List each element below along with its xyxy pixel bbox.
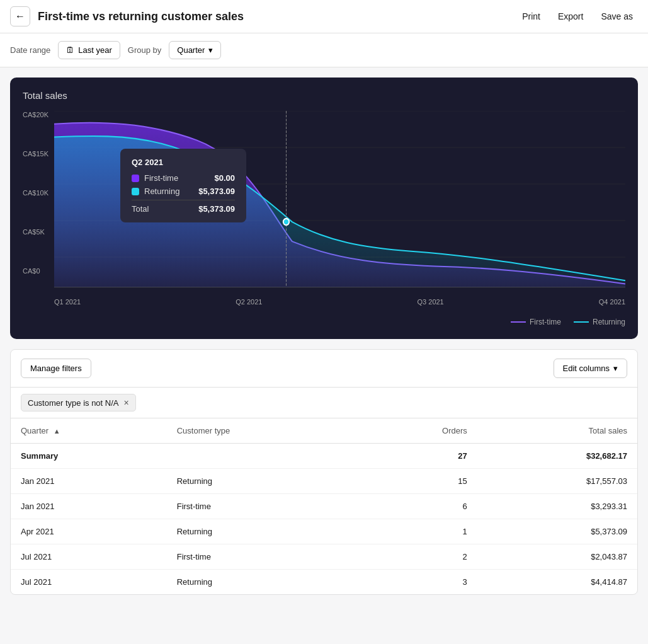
cell-quarter: Jul 2021	[11, 570, 167, 595]
tooltip-returning-value: $5,373.09	[198, 187, 235, 196]
x-label-q1: Q1 2021	[54, 298, 81, 306]
summary-customer-type	[167, 444, 359, 469]
page-header: ← First-time vs returning customer sales…	[0, 0, 648, 33]
cell-customer-type: Returning	[167, 519, 359, 544]
edit-columns-label: Edit columns	[563, 364, 610, 373]
filter-tag-customer-type: Customer type is not N/A ×	[21, 394, 136, 411]
summary-label: Summary	[11, 444, 167, 469]
cell-orders: 2	[359, 544, 477, 570]
returning-dot	[132, 188, 139, 195]
cell-customer-type: Returning	[167, 469, 359, 494]
tooltip-returning-row: Returning $5,373.09	[132, 187, 235, 196]
tooltip-first-time-value: $0.00	[214, 173, 235, 183]
cell-total-sales: $4,414.87	[477, 570, 637, 595]
export-button[interactable]: Export	[553, 9, 588, 24]
manage-filters-button[interactable]: Manage filters	[21, 359, 91, 378]
legend-first-time-line	[511, 321, 526, 323]
legend-returning: Returning	[574, 318, 625, 326]
tooltip-total-row: Total $5,373.09	[132, 200, 235, 214]
cell-orders: 6	[359, 494, 477, 519]
cell-quarter: Jan 2021	[11, 469, 167, 494]
legend-returning-label: Returning	[593, 318, 625, 326]
x-axis-labels: Q1 2021 Q2 2021 Q3 2021 Q4 2021	[23, 296, 625, 306]
cell-orders: 3	[359, 570, 477, 595]
tooltip-returning-label: Returning	[144, 187, 179, 196]
y-axis-labels: CA$20K CA$15K CA$10K CA$5K CA$0	[23, 111, 48, 275]
legend-first-time-label: First-time	[530, 318, 561, 326]
y-label-0: CA$0	[23, 267, 48, 275]
calendar-icon: 🗓	[66, 45, 74, 55]
y-label-15k: CA$15K	[23, 150, 48, 158]
table-row: Jan 2021 First-time 6 $3,293.31	[11, 494, 637, 519]
filter-tag-label: Customer type is not N/A	[28, 398, 119, 408]
tooltip-first-time-row: First-time $0.00	[132, 173, 235, 183]
group-by-label: Group by	[128, 45, 161, 55]
cell-quarter: Apr 2021	[11, 519, 167, 544]
table-row: Jan 2021 Returning 15 $17,557.03	[11, 469, 637, 494]
crosshair-dot	[283, 219, 289, 225]
table-header-row: Quarter ▲ Customer type Orders Total sal…	[11, 418, 637, 444]
legend-returning-line	[574, 321, 589, 323]
cell-orders: 1	[359, 519, 477, 544]
cell-customer-type: Returning	[167, 570, 359, 595]
table-row: Apr 2021 Returning 1 $5,373.09	[11, 519, 637, 544]
y-label-5k: CA$5K	[23, 228, 48, 236]
cell-total-sales: $17,557.03	[477, 469, 637, 494]
cell-orders: 15	[359, 469, 477, 494]
tooltip-total-value: $5,373.09	[198, 204, 235, 214]
page-title: First-time vs returning customer sales	[38, 10, 509, 23]
summary-orders: 27	[359, 444, 477, 469]
tooltip-total-label: Total	[132, 204, 149, 214]
date-range-button[interactable]: 🗓 Last year	[58, 41, 120, 59]
summary-row: Summary 27 $32,682.17	[11, 444, 637, 469]
x-label-q4: Q4 2021	[599, 298, 625, 306]
save-as-button[interactable]: Save as	[596, 9, 638, 24]
y-label-10k: CA$10K	[23, 189, 48, 197]
data-table: Quarter ▲ Customer type Orders Total sal…	[11, 418, 637, 594]
cell-quarter: Jul 2021	[11, 544, 167, 570]
cell-total-sales: $5,373.09	[477, 519, 637, 544]
summary-total-sales: $32,682.17	[477, 444, 637, 469]
sort-asc-icon: ▲	[54, 427, 60, 435]
filter-tag-remove-button[interactable]: ×	[124, 398, 129, 408]
chevron-down-icon: ▾	[208, 45, 213, 55]
print-button[interactable]: Print	[517, 9, 545, 24]
chart-container: CA$20K CA$15K CA$10K CA$5K CA$0	[23, 111, 625, 313]
active-filters: Customer type is not N/A ×	[11, 388, 637, 418]
back-button[interactable]: ←	[10, 6, 30, 26]
chart-section: Total sales CA$20K CA$15K CA$10K CA$5K C…	[10, 78, 638, 339]
toolbar: Date range 🗓 Last year Group by Quarter …	[0, 33, 648, 67]
header-actions: Print Export Save as	[517, 9, 638, 24]
date-range-value: Last year	[78, 45, 111, 55]
tooltip-first-time-label: First-time	[144, 173, 178, 183]
chart-legend: First-time Returning	[23, 318, 625, 326]
table-toolbar: Manage filters Edit columns ▾	[11, 350, 637, 388]
cell-customer-type: First-time	[167, 494, 359, 519]
y-label-20k: CA$20K	[23, 111, 48, 118]
col-header-total-sales[interactable]: Total sales	[477, 418, 637, 444]
tooltip-period: Q2 2021	[132, 158, 235, 167]
col-header-quarter[interactable]: Quarter ▲	[11, 418, 167, 444]
col-header-orders[interactable]: Orders	[359, 418, 477, 444]
first-time-dot	[132, 175, 139, 182]
x-label-q2: Q2 2021	[236, 298, 262, 306]
edit-columns-button[interactable]: Edit columns ▾	[554, 359, 627, 378]
cell-total-sales: $3,293.31	[477, 494, 637, 519]
group-by-value: Quarter	[177, 45, 205, 55]
col-header-customer-type[interactable]: Customer type	[167, 418, 359, 444]
group-by-button[interactable]: Quarter ▾	[169, 41, 221, 59]
table-section: Manage filters Edit columns ▾ Customer t…	[10, 349, 638, 595]
chart-title: Total sales	[23, 90, 625, 101]
cell-customer-type: First-time	[167, 544, 359, 570]
date-range-label: Date range	[10, 45, 50, 55]
cell-quarter: Jan 2021	[11, 494, 167, 519]
chevron-down-icon: ▾	[613, 364, 618, 373]
x-label-q3: Q3 2021	[418, 298, 444, 306]
legend-first-time: First-time	[511, 318, 561, 326]
cell-total-sales: $2,043.87	[477, 544, 637, 570]
chart-tooltip: Q2 2021 First-time $0.00 Returning $5,37…	[120, 149, 246, 222]
table-row: Jul 2021 Returning 3 $4,414.87	[11, 570, 637, 595]
table-row: Jul 2021 First-time 2 $2,043.87	[11, 544, 637, 570]
